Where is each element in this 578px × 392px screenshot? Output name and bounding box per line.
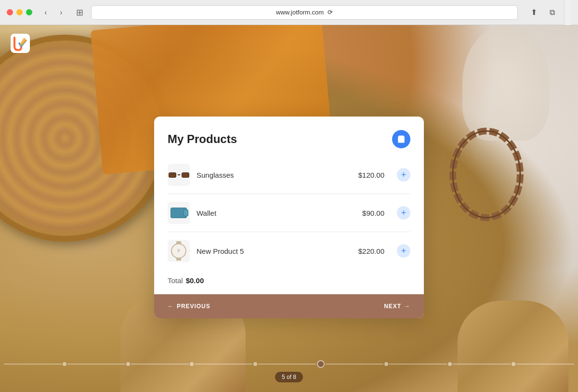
next-button[interactable]: NEXT → [384, 303, 410, 310]
reload-icon[interactable]: ⟳ [328, 9, 333, 16]
previous-button[interactable]: ← PREVIOUS [168, 303, 210, 310]
progress-line-2 [67, 364, 125, 365]
product-price-wallet: $90.00 [362, 209, 384, 217]
progress-line-9 [516, 364, 574, 365]
product-item-watch: ⧖ New Product 5 $220.00 + [168, 232, 410, 270]
product-name-watch: New Product 5 [197, 247, 352, 255]
progress-dot-2[interactable] [126, 362, 130, 366]
products-list: Sunglasses $120.00 + Wallet $90.00 + ⧖ [154, 156, 424, 270]
sunglasses-image [168, 164, 190, 186]
arrow-right-icon: → [404, 303, 410, 310]
add-sunglasses-button[interactable]: + [397, 168, 410, 182]
traffic-lights [7, 9, 32, 15]
progress-line-1 [4, 364, 62, 365]
next-label: NEXT [384, 303, 401, 310]
forward-button[interactable]: › [54, 6, 68, 19]
arrow-left-icon: ← [168, 303, 174, 310]
bag-right-decoration [458, 301, 568, 392]
maximize-button[interactable] [26, 9, 32, 15]
browser-actions: ⬆ ⧉ [526, 6, 559, 19]
progress-dot-1[interactable] [63, 362, 66, 366]
progress-line-7 [389, 364, 447, 365]
page-indicator: 5 of 8 [275, 372, 303, 382]
product-card: My Products Sungl [154, 117, 424, 318]
progress-line-8 [453, 364, 511, 365]
progress-dot-4[interactable] [253, 362, 257, 366]
progress-bar [0, 360, 578, 368]
scrollbar [564, 0, 571, 25]
progress-line-5 [258, 364, 316, 365]
progress-line-6 [326, 364, 383, 365]
watch-icon: ⧖ [171, 243, 186, 259]
progress-dot-5-active[interactable] [317, 360, 325, 368]
product-item-sunglasses: Sunglasses $120.00 + [168, 156, 410, 194]
nav-buttons: ‹ › [39, 6, 68, 19]
progress-dot-7[interactable] [448, 362, 452, 366]
wallet-icon [171, 208, 187, 218]
jotform-logo [10, 33, 31, 54]
back-button[interactable]: ‹ [39, 6, 53, 19]
add-watch-button[interactable]: + [397, 244, 410, 258]
progress-dot-3[interactable] [190, 362, 194, 366]
cart-button[interactable] [392, 130, 410, 148]
product-name-wallet: Wallet [197, 209, 355, 217]
add-wallet-button[interactable]: + [397, 206, 410, 220]
watch-image: ⧖ [168, 240, 190, 262]
card-header: My Products [154, 117, 424, 156]
product-price-watch: $220.00 [358, 247, 384, 255]
card-title: My Products [168, 132, 237, 146]
product-name-sunglasses: Sunglasses [197, 171, 352, 179]
product-price-sunglasses: $120.00 [358, 171, 384, 179]
main-content: My Products Sungl [0, 25, 578, 392]
url-bar[interactable]: www.jotform.com ⟳ [91, 5, 518, 20]
sunglasses-icon [169, 172, 189, 178]
previous-label: PREVIOUS [177, 303, 210, 310]
svg-point-1 [453, 131, 520, 218]
browser-chrome: ‹ › ⊞ www.jotform.com ⟳ ⬆ ⧉ [0, 0, 578, 25]
wallet-image [168, 202, 190, 224]
card-footer: ← PREVIOUS NEXT → [154, 294, 424, 318]
cart-icon [397, 135, 406, 144]
new-tab-button[interactable]: ⧉ [545, 6, 559, 19]
progress-line-4 [195, 364, 252, 365]
close-button[interactable] [7, 9, 13, 15]
share-button[interactable]: ⬆ [526, 6, 541, 19]
url-text: www.jotform.com [276, 9, 324, 16]
progress-line-3 [131, 364, 189, 365]
total-amount: $0.00 [186, 276, 204, 285]
progress-dot-8[interactable] [512, 362, 515, 366]
progress-dot-6[interactable] [384, 362, 388, 366]
sidebar-toggle-button[interactable]: ⊞ [73, 6, 86, 19]
minimize-button[interactable] [16, 9, 23, 15]
page-indicator-text: 5 of 8 [282, 374, 296, 380]
product-item-wallet: Wallet $90.00 + [168, 194, 410, 232]
beads-decoration [443, 121, 530, 227]
total-label: Total [168, 276, 183, 285]
card-total: Total $0.00 [154, 270, 424, 294]
